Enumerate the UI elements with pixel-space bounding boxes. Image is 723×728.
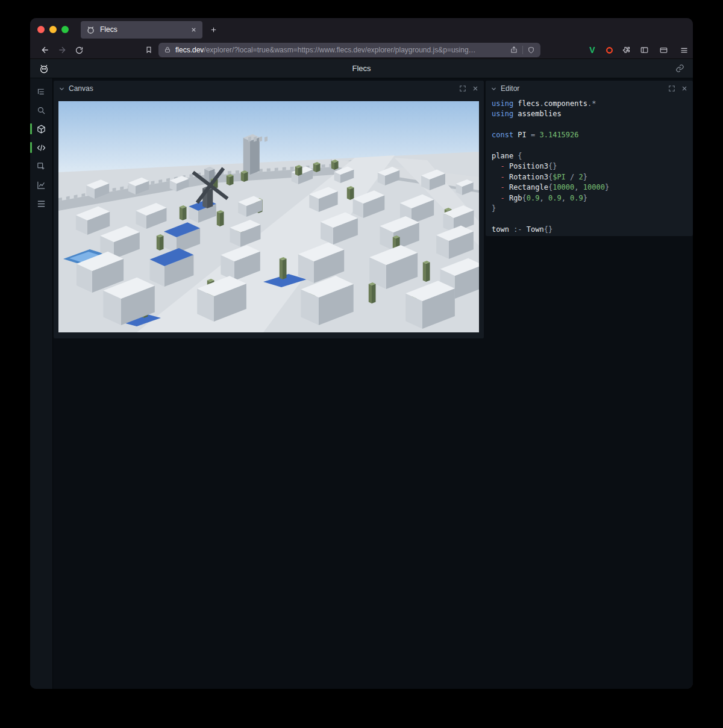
flecs-logo-icon[interactable] xyxy=(39,63,49,74)
editor-panel: Editor using flecs.components.*using ass… xyxy=(486,81,693,236)
canvas-3d-viewport[interactable] xyxy=(58,101,479,332)
page-title: Flecs xyxy=(30,64,693,73)
window-controls xyxy=(37,26,69,33)
menu-hamburger-icon[interactable] xyxy=(676,43,692,57)
canvas-panel-title: Canvas xyxy=(69,84,93,93)
extensions-puzzle-icon[interactable] xyxy=(618,43,634,57)
minimize-window-button[interactable] xyxy=(49,26,57,33)
url-text: flecs.dev/explorer/?local=true&wasm=http… xyxy=(175,46,505,54)
app-body: Canvas xyxy=(30,78,693,689)
browser-tab[interactable]: Flecs xyxy=(81,21,202,39)
url-domain: flecs.dev xyxy=(175,46,204,54)
back-icon[interactable] xyxy=(37,43,53,57)
browser-toolbar: flecs.dev/explorer/?local=true&wasm=http… xyxy=(30,41,693,59)
sidebar-toggle-icon[interactable] xyxy=(636,43,652,57)
recorder-extension-icon[interactable] xyxy=(601,43,617,57)
maximize-panel-icon[interactable] xyxy=(459,85,466,92)
reload-icon[interactable] xyxy=(71,43,87,57)
tab-strip: Flecs xyxy=(30,18,693,41)
vimium-extension-icon[interactable]: V xyxy=(584,43,600,57)
sidebar-item-inspector[interactable] xyxy=(34,159,49,173)
permalink-icon[interactable] xyxy=(675,64,684,73)
brave-shield-icon[interactable] xyxy=(527,46,535,54)
tab-favicon-flecs-icon xyxy=(86,25,95,34)
maximize-panel-icon[interactable] xyxy=(668,85,675,92)
tab-close-icon[interactable] xyxy=(190,26,197,33)
sidebar-item-statistics[interactable] xyxy=(34,178,49,192)
wallet-icon[interactable] xyxy=(656,43,671,57)
code-editor[interactable]: using flecs.components.*using assemblies… xyxy=(486,96,693,237)
canvas-panel-body xyxy=(54,96,484,338)
sidebar-item-entities[interactable] xyxy=(34,122,49,136)
bookmark-icon[interactable] xyxy=(141,43,157,57)
sidebar-item-search[interactable] xyxy=(34,103,49,117)
url-bar[interactable]: flecs.dev/explorer/?local=true&wasm=http… xyxy=(158,43,540,57)
collapse-chevron-icon[interactable] xyxy=(58,86,65,92)
close-window-button[interactable] xyxy=(37,26,45,33)
editor-panel-header: Editor xyxy=(486,81,693,96)
close-panel-icon[interactable] xyxy=(472,85,479,92)
tab-title: Flecs xyxy=(100,25,186,34)
main-area: Canvas xyxy=(53,78,693,689)
url-path: /explorer/?local=true&wasm=https://www.f… xyxy=(204,46,475,54)
new-tab-icon[interactable] xyxy=(210,26,218,34)
close-panel-icon[interactable] xyxy=(681,85,688,92)
zoom-window-button[interactable] xyxy=(61,26,69,33)
canvas-panel-header: Canvas xyxy=(54,81,484,96)
forward-icon[interactable] xyxy=(54,43,70,57)
app-header: Flecs xyxy=(30,59,693,78)
sidebar-item-entity-tree[interactable] xyxy=(34,84,49,99)
browser-window: Flecs flecs.dev/explorer/?local=true&was… xyxy=(30,18,693,689)
sidebar-item-script-editor[interactable] xyxy=(34,140,49,155)
editor-panel-title: Editor xyxy=(501,84,519,93)
canvas-panel: Canvas xyxy=(54,81,484,338)
share-icon[interactable] xyxy=(510,46,518,54)
left-sidebar xyxy=(30,78,53,689)
urlbar-divider xyxy=(522,46,523,54)
lock-icon xyxy=(164,46,171,54)
collapse-chevron-icon[interactable] xyxy=(490,86,497,92)
sidebar-item-memory[interactable] xyxy=(34,196,49,211)
